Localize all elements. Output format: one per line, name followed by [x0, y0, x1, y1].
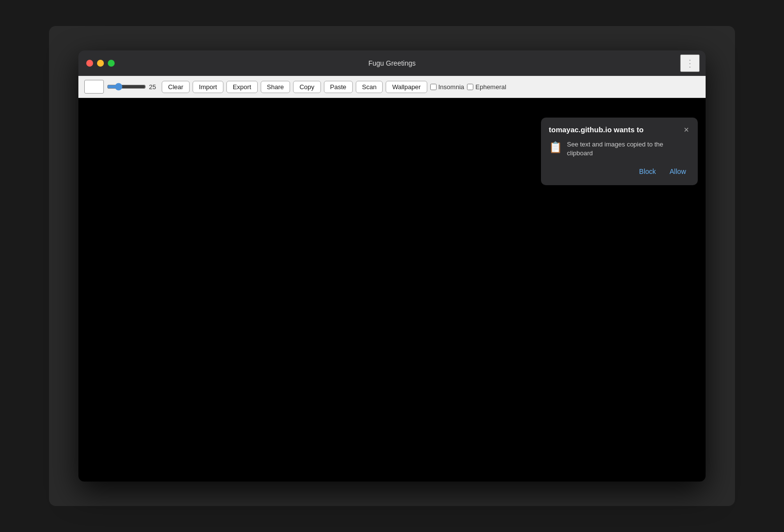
popup-body: 📋 See text and images copied to the clip…	[549, 140, 690, 158]
slider-value: 25	[149, 83, 159, 91]
canvas-area[interactable]: tomayac.github.io wants to × 📋 See text …	[78, 98, 706, 482]
permission-popup: tomayac.github.io wants to × 📋 See text …	[541, 118, 698, 185]
block-button[interactable]: Block	[635, 166, 660, 177]
popup-header: tomayac.github.io wants to ×	[549, 125, 690, 134]
screen-background: Fugu Greetings ⋮ 25 Clear Import Export …	[49, 26, 735, 506]
clear-button[interactable]: Clear	[162, 81, 190, 93]
wallpaper-button[interactable]: Wallpaper	[386, 81, 427, 93]
popup-actions: Block Allow	[549, 166, 690, 177]
popup-description: See text and images copied to the clipbo…	[567, 140, 690, 158]
mac-window: Fugu Greetings ⋮ 25 Clear Import Export …	[78, 50, 706, 482]
slider-container: 25	[107, 83, 159, 91]
insomnia-label[interactable]: Insomnia	[430, 83, 465, 91]
color-swatch[interactable]	[84, 80, 104, 94]
size-slider[interactable]	[107, 83, 146, 91]
insomnia-checkbox[interactable]	[430, 84, 437, 90]
popup-title: tomayac.github.io wants to	[549, 125, 643, 134]
title-bar: Fugu Greetings ⋮	[78, 50, 706, 76]
export-button[interactable]: Export	[226, 81, 258, 93]
more-options-button[interactable]: ⋮	[680, 54, 700, 72]
popup-close-button[interactable]: ×	[683, 125, 690, 134]
insomnia-text: Insomnia	[439, 83, 465, 91]
paste-button[interactable]: Paste	[324, 81, 353, 93]
import-button[interactable]: Import	[193, 81, 223, 93]
window-title: Fugu Greetings	[368, 59, 416, 67]
traffic-lights	[78, 60, 115, 67]
ephemeral-text: Ephemeral	[475, 83, 506, 91]
ephemeral-label[interactable]: Ephemeral	[467, 83, 506, 91]
ephemeral-checkbox[interactable]	[467, 84, 473, 90]
maximize-button[interactable]	[108, 60, 115, 67]
toolbar: 25 Clear Import Export Share Copy Paste …	[78, 76, 706, 98]
allow-button[interactable]: Allow	[666, 166, 690, 177]
scan-button[interactable]: Scan	[356, 81, 383, 93]
close-button[interactable]	[86, 60, 93, 67]
copy-button[interactable]: Copy	[293, 81, 320, 93]
minimize-button[interactable]	[97, 60, 104, 67]
clipboard-icon: 📋	[549, 141, 562, 154]
share-button[interactable]: Share	[261, 81, 291, 93]
